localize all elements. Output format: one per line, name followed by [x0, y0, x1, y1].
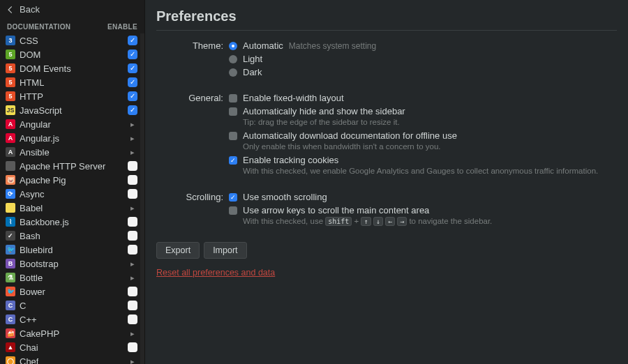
doc-enable-checkbox[interactable]	[128, 91, 137, 101]
expand-arrow-icon[interactable]: ▸	[128, 203, 137, 213]
expand-arrow-icon[interactable]: ▸	[128, 356, 137, 364]
general-option[interactable]: Enable fixed-width layout	[229, 93, 617, 103]
kbd-key: ↓	[373, 217, 383, 226]
general-option[interactable]: Automatically hide and show the sidebar	[229, 106, 617, 116]
theme-option[interactable]: Dark	[229, 67, 617, 77]
theme-option[interactable]: Light	[229, 54, 617, 64]
theme-option[interactable]: AutomaticMatches system setting	[229, 40, 617, 51]
option-hint: Only enable this when bandwidth isn't a …	[243, 142, 617, 151]
doc-enable-checkbox[interactable]	[128, 77, 137, 87]
page-title: Preferences	[156, 8, 617, 31]
doc-row[interactable]: 🐦Bower	[0, 285, 144, 298]
doc-row[interactable]: 5DOM Events	[0, 61, 144, 75]
doc-row[interactable]: ◯Chef▸	[0, 354, 144, 364]
expand-arrow-icon[interactable]: ▸	[128, 259, 137, 268]
doc-row[interactable]: ⌇Backbone.js	[0, 215, 144, 229]
doc-icon: A	[6, 133, 15, 143]
checkbox-icon[interactable]	[229, 132, 237, 140]
doc-row[interactable]: 🐦Bluebird	[0, 243, 144, 257]
checkbox-icon[interactable]	[229, 193, 237, 202]
section-theme: Theme: AutomaticMatches system settingLi…	[156, 40, 617, 80]
doc-row[interactable]: 5DOM	[0, 47, 144, 61]
doc-row[interactable]: 5HTML	[0, 75, 144, 89]
doc-row-left: CC++	[6, 314, 37, 325]
doc-enable-checkbox[interactable]	[128, 36, 137, 45]
checkbox-icon[interactable]	[229, 156, 237, 165]
doc-icon: 🐦	[6, 245, 15, 255]
kbd-key: shift	[325, 217, 352, 226]
doc-icon: 3	[6, 36, 15, 45]
scrolling-option[interactable]: Use arrow keys to scroll the main conten…	[229, 205, 617, 215]
doc-label: Angular.js	[20, 133, 59, 144]
doc-enable-checkbox[interactable]	[128, 189, 137, 199]
radio-icon[interactable]	[229, 68, 237, 77]
doc-row[interactable]: 🐷Apache Pig	[0, 173, 144, 187]
doc-enable-checkbox[interactable]	[128, 50, 137, 59]
doc-enable-checkbox[interactable]	[128, 63, 137, 73]
doc-row-left: ⟳Async	[6, 189, 44, 199]
doc-row-left: AAngular.js	[6, 133, 59, 144]
doc-label: Backbone.js	[20, 217, 69, 227]
doc-row[interactable]: ⟳Async	[0, 187, 144, 201]
option-label: Use smooth scrolling	[243, 192, 327, 202]
import-button[interactable]: Import	[204, 242, 246, 259]
doc-row[interactable]: ✓Bash	[0, 229, 144, 243]
option-label: Dark	[243, 67, 262, 77]
doc-enable-checkbox[interactable]	[128, 301, 137, 310]
doc-enable-checkbox[interactable]	[128, 161, 137, 171]
doc-list: 3CSS5DOM5DOM Events5HTML5HTTPJSJavaScrip…	[0, 33, 144, 364]
option-hint: Matches system setting	[289, 41, 376, 51]
doc-row[interactable]: 5HTTP	[0, 89, 144, 103]
doc-row-left: 🐦Bower	[6, 287, 45, 297]
doc-enable-checkbox[interactable]	[128, 342, 137, 352]
reset-link[interactable]: Reset all preferences and data	[156, 268, 275, 278]
doc-row[interactable]: 3CSS	[0, 33, 144, 47]
doc-enable-checkbox[interactable]	[128, 175, 137, 185]
doc-enable-checkbox[interactable]	[128, 105, 137, 115]
expand-arrow-icon[interactable]: ▸	[128, 133, 137, 143]
back-button[interactable]: Back	[0, 0, 144, 19]
doc-row-left: Apache HTTP Server	[6, 161, 105, 172]
doc-row[interactable]: ⚗Bottle▸	[0, 271, 144, 285]
general-option[interactable]: Enable tracking cookies	[229, 155, 617, 165]
scrolling-option[interactable]: Use smooth scrolling	[229, 192, 617, 202]
doc-row[interactable]: ▲Chai	[0, 340, 144, 354]
section-body-theme: AutomaticMatches system settingLightDark	[229, 40, 617, 80]
doc-row[interactable]: CC++	[0, 312, 144, 326]
radio-icon[interactable]	[229, 42, 237, 50]
checkbox-icon[interactable]	[229, 206, 237, 215]
expand-arrow-icon[interactable]: ▸	[128, 328, 137, 338]
doc-row[interactable]: JSJavaScript	[0, 103, 144, 117]
main-content: Preferences Theme: AutomaticMatches syst…	[145, 0, 628, 364]
doc-enable-checkbox[interactable]	[128, 314, 137, 324]
general-option[interactable]: Automatically download documentation for…	[229, 130, 617, 141]
radio-icon[interactable]	[229, 55, 237, 63]
doc-row-left: ✓Bash	[6, 231, 40, 241]
doc-row-left: BBootstrap	[6, 259, 59, 269]
doc-row[interactable]: AAngular▸	[0, 117, 144, 131]
doc-row-left: 3CSS	[6, 36, 38, 46]
kbd-key: ←	[385, 217, 395, 226]
doc-enable-checkbox[interactable]	[128, 287, 137, 296]
doc-label: C	[20, 301, 26, 311]
doc-row[interactable]: AAnsible▸	[0, 145, 144, 159]
doc-label: CakePHP	[20, 328, 59, 339]
doc-row[interactable]: 🍰CakePHP▸	[0, 326, 144, 340]
doc-icon: C	[6, 301, 15, 310]
doc-row[interactable]: BBootstrap▸	[0, 257, 144, 271]
doc-icon	[6, 161, 15, 171]
doc-row[interactable]: CC	[0, 298, 144, 312]
expand-arrow-icon[interactable]: ▸	[128, 147, 137, 157]
doc-row[interactable]: Apache HTTP Server	[0, 159, 144, 173]
checkbox-icon[interactable]	[229, 94, 237, 103]
expand-arrow-icon[interactable]: ▸	[128, 273, 137, 282]
doc-row[interactable]: AAngular.js▸	[0, 131, 144, 145]
doc-enable-checkbox[interactable]	[128, 231, 137, 241]
expand-arrow-icon[interactable]: ▸	[128, 119, 137, 129]
export-button[interactable]: Export	[156, 242, 200, 259]
doc-icon: 5	[6, 63, 15, 73]
checkbox-icon[interactable]	[229, 107, 237, 116]
doc-enable-checkbox[interactable]	[128, 245, 137, 255]
doc-row[interactable]: Babel▸	[0, 201, 144, 215]
doc-enable-checkbox[interactable]	[128, 217, 137, 227]
